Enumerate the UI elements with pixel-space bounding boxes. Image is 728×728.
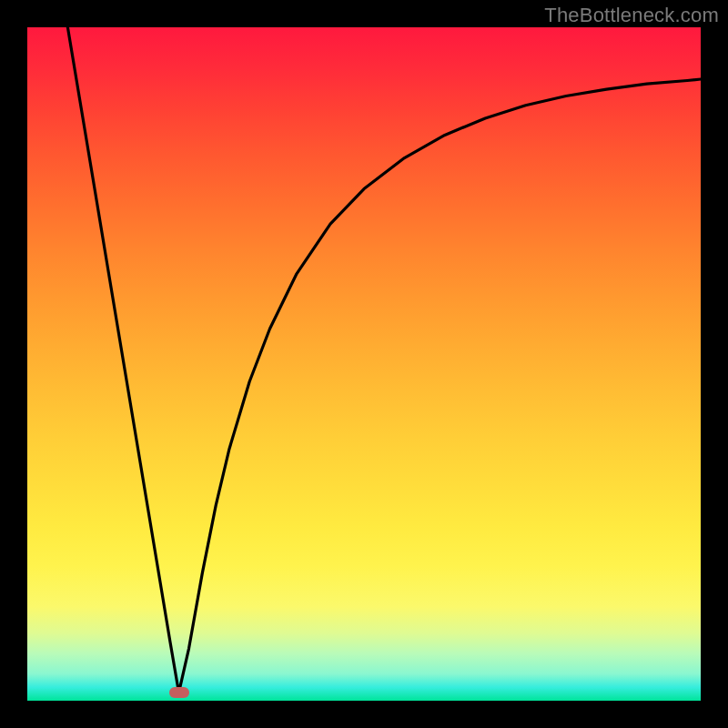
optimal-point-marker xyxy=(169,687,189,698)
bottleneck-curve xyxy=(27,27,701,701)
watermark-text: TheBottleneck.com xyxy=(544,4,719,27)
plot-area xyxy=(27,27,701,701)
chart-frame: TheBottleneck.com xyxy=(0,0,728,728)
